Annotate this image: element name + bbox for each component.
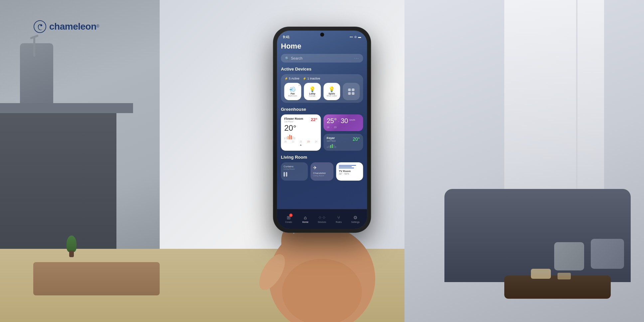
bar1 — [284, 137, 285, 139]
chandelier-card[interactable]: ✈ Chandelier Living Room — [310, 162, 334, 181]
fb6 — [335, 146, 336, 148]
fb1 — [327, 146, 328, 148]
bar6 — [293, 136, 294, 139]
living-room-title: Living Room — [281, 155, 363, 160]
window-divider — [576, 0, 577, 200]
search-input[interactable]: Search — [291, 56, 353, 60]
devices-label: Devices — [318, 221, 326, 223]
weather-sub2: · — [331, 126, 332, 128]
foyer-header: Foyer 1st Floor 20° — [327, 136, 360, 142]
nav-home[interactable]: ⌂ Home — [297, 215, 314, 223]
condo-badge: 2 — [289, 214, 293, 217]
active-devices-section: Active Devices ⚡ 5 Active ⚡ 1 Inactive — [281, 67, 363, 103]
chandelier-icon: ✈ — [313, 165, 331, 170]
active-devices-card: ⚡ 5 Active ⚡ 1 Inactive ⊘ — [281, 74, 363, 103]
brand-registered: ® — [96, 24, 99, 29]
lamp-location: Garage — [309, 95, 316, 97]
weather-sub1: 18 — [327, 126, 329, 128]
rules-icon: ⑂ — [337, 215, 340, 220]
spots-location: Wise Cellar — [327, 95, 337, 97]
bottom-nav: ⊞ 2 Condo ⌂ Home ⁘⁘ Devices ⑂ — [277, 209, 367, 229]
flower-room-name: Flower Room — [284, 117, 303, 120]
camera-notch — [320, 33, 324, 37]
weather-values: 25° · 30 km/h — [327, 117, 360, 125]
phone-screen: 9:41 ▪▪▪ ⊘ ▬ Home 🔍 Search ··· — [277, 31, 367, 229]
home-icon: ⌂ — [304, 215, 307, 220]
dot4 — [352, 92, 355, 95]
pause-bar1 — [284, 172, 285, 177]
cushion1 — [591, 239, 624, 269]
greenhouse-title: Greenhouse — [281, 107, 363, 112]
hand-container: 9:41 ▪▪▪ ⊘ ▬ Home 🔍 Search ··· — [236, 0, 408, 322]
spots-label: Spots — [329, 92, 335, 95]
window — [504, 0, 604, 200]
nav-rules[interactable]: ⑂ Rules — [330, 215, 347, 223]
curtains-location: Living Room — [284, 168, 305, 170]
bar4 — [289, 135, 290, 139]
svg-point-0 — [34, 21, 46, 33]
page-title: Home — [281, 42, 363, 51]
tv-room-card[interactable]: TV Room 30° · 50% — [336, 162, 363, 181]
time2: 21 — [292, 140, 294, 143]
foyer-temp: 20° — [353, 136, 360, 142]
bar7 — [294, 137, 295, 139]
living-room-section: Living Room Curtains Living Room — [281, 155, 363, 181]
flower-room-card[interactable]: Flower Room 1st Floor 22° 20° — [281, 114, 321, 151]
curtains-card[interactable]: Curtains Living Room — [281, 162, 308, 181]
brand-name: chameleon — [49, 21, 96, 32]
time1: 20 — [284, 140, 287, 143]
spots-icon: 💡 — [328, 86, 335, 92]
fan-icon: 💨 — [289, 86, 296, 92]
fan-location: Bathroom — [288, 95, 297, 97]
weather-card[interactable]: 25° · 30 km/h 18 · 29 — [323, 114, 363, 131]
book — [531, 269, 551, 279]
foyer-floor: 1st Floor — [327, 140, 336, 142]
fan-device-tile[interactable]: ⊘ 💨 Fan Bathroom — [284, 83, 301, 100]
lamp-icon: 💡 — [309, 86, 316, 92]
weather-temp: 25° — [327, 117, 337, 125]
weather-sub: 18 · 29 — [327, 126, 360, 128]
phone-frame: 9:41 ▪▪▪ ⊘ ▬ Home 🔍 Search ··· — [273, 27, 371, 233]
status-time: 9:41 — [283, 35, 290, 39]
weather-unit: km/h — [349, 118, 355, 121]
inactive-lightning-icon: ⚡ — [303, 77, 306, 80]
chandelier-label: Chandelier — [313, 172, 331, 175]
greenhouse-section: Greenhouse Flower Room 1st Floor 22° — [281, 107, 363, 151]
dot1 — [348, 88, 351, 91]
tv-room-value: 30° · 50% — [339, 173, 361, 175]
time-labels: 20 21 22 23 24 — [284, 140, 318, 143]
rules-label: Rules — [336, 221, 342, 223]
tv-lines — [339, 165, 361, 168]
logo-icon — [33, 20, 47, 33]
fb4 — [332, 144, 333, 148]
lamp-device-tile[interactable]: 💡 Lamp Garage — [304, 83, 321, 100]
status-icons: ▪▪▪ ⊘ ▬ — [350, 35, 361, 39]
fb2 — [328, 146, 329, 148]
condo-label: Condo — [285, 221, 292, 223]
nav-settings[interactable]: ⚙ Settings — [347, 215, 364, 223]
settings-label: Settings — [351, 221, 360, 223]
foyer-card[interactable]: Foyer 1st Floor 20° — [323, 134, 363, 151]
plant-pot — [69, 250, 74, 257]
up-arrow-icon: ▲ — [284, 143, 318, 146]
sink-area — [20, 43, 53, 110]
more-devices-tile[interactable] — [343, 83, 360, 100]
pause-bar2 — [286, 172, 287, 177]
battery-icon: ▬ — [358, 35, 361, 39]
bar3 — [288, 136, 289, 139]
time4: 23 — [307, 140, 310, 143]
nav-devices[interactable]: ⁘⁘ Devices — [314, 215, 330, 223]
nav-condo[interactable]: ⊞ 2 Condo — [280, 215, 297, 223]
search-icon: 🔍 — [285, 57, 289, 60]
faucet — [33, 37, 35, 57]
search-bar[interactable]: 🔍 Search ··· — [281, 54, 363, 63]
tv-line2 — [339, 166, 352, 167]
svg-point-1 — [40, 24, 42, 26]
weather-wind: 30 — [341, 117, 348, 125]
spots-device-tile[interactable]: 💡 Spots Wise Cellar — [323, 83, 340, 100]
dot3 — [348, 92, 351, 95]
lamp-label: Lamp — [309, 92, 315, 95]
search-more-icon: ··· — [354, 57, 359, 60]
time5: 24 — [315, 140, 317, 143]
fb5 — [333, 145, 334, 148]
